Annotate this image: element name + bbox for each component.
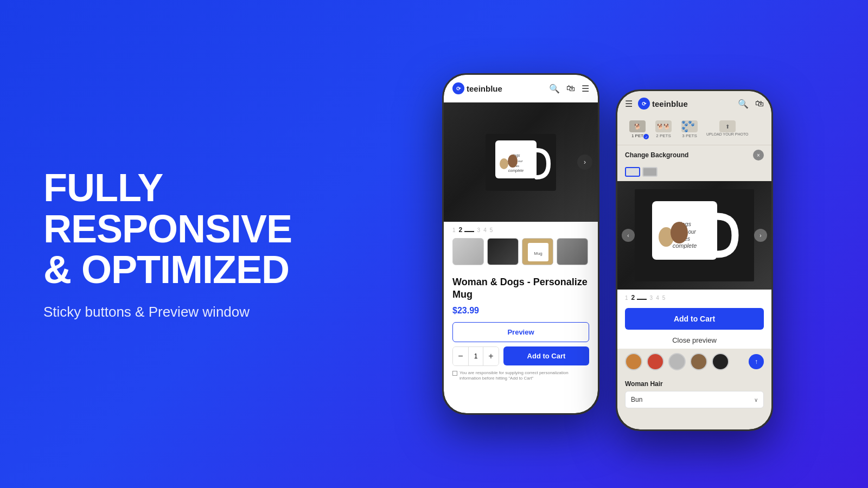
white-section-right: 1 2 3 4 5 Add to Cart Close preview <box>617 290 771 349</box>
pet-option-1[interactable]: 🐕 1 PET ✓ <box>625 118 650 140</box>
color-option-1[interactable] <box>625 353 642 370</box>
menu-icon-left[interactable]: ☰ <box>582 84 589 94</box>
hair-section: Woman Hair Bun ∨ <box>617 375 771 414</box>
teeinblue-icon-right: ⟳ <box>638 98 650 110</box>
color-option-5[interactable] <box>712 353 729 370</box>
product-image-container-left: dogs make our lives complete › <box>444 102 598 222</box>
teeinblue-icon-left: ⟳ <box>452 82 464 94</box>
thumbnail-2-left[interactable] <box>487 238 519 265</box>
brand-name-right: teeinblue <box>652 99 688 108</box>
dot-1-right: 1 <box>625 295 628 301</box>
chevron-down-icon: ∨ <box>754 397 758 403</box>
hair-label: Woman Hair <box>625 380 764 388</box>
color-options-row: ↑ <box>617 349 771 375</box>
preview-button-left[interactable]: Preview <box>452 322 589 342</box>
thumbnails-left: Mug <box>444 238 598 271</box>
dots-row-left: 1 2 3 4 5 <box>444 222 598 238</box>
dot-5-left: 5 <box>490 227 493 233</box>
pet-label-2: 2 PETS <box>656 133 671 138</box>
qty-value-left: 1 <box>468 347 483 365</box>
phones-area: ⟳ teeinblue 🔍 🛍 ☰ <box>369 41 868 447</box>
thumbnail-1-left[interactable] <box>452 238 484 265</box>
brand-logo-right: ⟳ teeinblue <box>638 98 732 110</box>
pet-check-1: ✓ <box>643 134 649 139</box>
pet-icon-3: 🐾🐾🐾 <box>681 120 698 132</box>
next-image-arrow-left[interactable]: › <box>577 155 592 170</box>
dot-3-right: 3 <box>650 295 653 301</box>
upload-icon: ⬆ <box>719 120 736 132</box>
add-to-cart-button-left[interactable]: Add to Cart <box>503 346 589 365</box>
pet-icon-2: 🐕🐕 <box>655 120 672 132</box>
dot-5-right: 5 <box>662 295 666 301</box>
brand-logo-left: ⟳ teeinblue <box>452 82 545 94</box>
main-heading: FULLY RESPONSIVE & OPTIMIZED <box>43 168 326 291</box>
pet-icon-1: 🐕 <box>629 120 646 132</box>
mug-illustration-left: dogs make our lives complete <box>486 134 556 191</box>
product-info-left: Woman & Dogs - Personalize Mug $23.99 Pr… <box>444 271 598 387</box>
disclaimer-checkbox-left[interactable] <box>452 371 457 376</box>
nav-icons-right: 🔍 🛍 <box>738 99 764 109</box>
left-nav: ⟳ teeinblue 🔍 🛍 ☰ <box>444 75 598 102</box>
brand-name-left: teeinblue <box>467 84 502 93</box>
phone-left: ⟳ teeinblue 🔍 🛍 ☰ <box>442 73 599 415</box>
close-change-bg-button[interactable]: × <box>753 150 764 160</box>
cart-icon-right[interactable]: 🛍 <box>755 99 764 109</box>
qty-control-left[interactable]: − 1 + <box>452 346 499 366</box>
qty-minus-left[interactable]: − <box>453 347 468 365</box>
product-title-left: Woman & Dogs - Personalize Mug <box>452 276 589 301</box>
product-image-main-left: dogs make our lives complete <box>444 102 598 222</box>
upload-option[interactable]: ⬆ UPLOAD YOUR PHOTO <box>703 118 752 140</box>
cart-icon-left[interactable]: 🛍 <box>566 84 575 93</box>
pet-label-1: 1 PET <box>631 133 643 138</box>
search-icon-left[interactable]: 🔍 <box>549 84 560 94</box>
product-image-right: dogs make our lives complete ‹ › <box>617 181 771 290</box>
bg-swatch-row <box>617 165 771 181</box>
qty-plus-left[interactable]: + <box>483 347 499 365</box>
nav-icons-left: 🔍 🛍 ☰ <box>549 84 589 94</box>
dot-2-right[interactable]: 2 <box>631 294 647 301</box>
disclaimer-left: You are responsible for supplying correc… <box>452 370 589 382</box>
change-bg-bar: Change Background × <box>617 145 771 165</box>
hair-dropdown[interactable]: Bun ∨ <box>625 391 764 408</box>
dot-3-left: 3 <box>477 227 481 233</box>
pet-option-2[interactable]: 🐕🐕 2 PETS <box>651 118 676 140</box>
change-bg-label: Change Background <box>625 151 688 159</box>
prev-image-arrow-right[interactable]: ‹ <box>622 229 635 242</box>
cart-row-left: − 1 + Add to Cart <box>452 346 589 366</box>
svg-point-7 <box>508 155 518 168</box>
menu-icon-right[interactable]: ☰ <box>625 99 633 109</box>
bg-swatch-selected[interactable] <box>625 167 640 177</box>
dot-1-left: 1 <box>452 227 456 233</box>
upload-label: UPLOAD YOUR PHOTO <box>706 132 749 136</box>
search-icon-right[interactable]: 🔍 <box>738 99 749 109</box>
add-to-cart-button-right[interactable]: Add to Cart <box>625 308 764 330</box>
color-option-4[interactable] <box>690 353 707 370</box>
phone-right: ☰ ⟳ teeinblue 🔍 🛍 🐕 1 PET ✓ 🐕🐕 <box>616 89 773 431</box>
color-option-3[interactable] <box>668 353 686 370</box>
sub-heading: Sticky buttons & Preview window <box>43 304 326 320</box>
dot-4-left: 4 <box>483 227 487 233</box>
thumbnail-4-left[interactable] <box>557 238 588 265</box>
scroll-up-button[interactable]: ↑ <box>749 354 764 369</box>
left-panel: FULLY RESPONSIVE & OPTIMIZED Sticky butt… <box>0 135 369 353</box>
svg-text:complete: complete <box>508 169 524 173</box>
bg-swatch-2[interactable] <box>642 167 658 177</box>
right-nav: ☰ ⟳ teeinblue 🔍 🛍 <box>617 91 771 116</box>
mug-illustration-right: dogs make our lives complete <box>635 189 754 281</box>
left-screen: ⟳ teeinblue 🔍 🛍 ☰ <box>444 75 598 413</box>
right-screen: ☰ ⟳ teeinblue 🔍 🛍 🐕 1 PET ✓ 🐕🐕 <box>617 91 771 429</box>
dots-row-right: 1 2 3 4 5 <box>617 290 771 306</box>
thumbnail-3-left[interactable]: Mug <box>522 238 553 265</box>
product-price-left: $23.99 <box>452 306 589 316</box>
svg-point-18 <box>671 222 688 243</box>
pet-selector: 🐕 1 PET ✓ 🐕🐕 2 PETS 🐾🐾🐾 3 PETS ⬆ UPLOAD … <box>617 116 771 145</box>
dot-4-right: 4 <box>656 295 659 301</box>
close-preview-button[interactable]: Close preview <box>617 333 771 349</box>
next-image-arrow-right[interactable]: › <box>754 229 767 242</box>
dot-2-left[interactable]: 2 <box>459 226 474 234</box>
color-option-2[interactable] <box>647 353 664 370</box>
svg-text:Mug: Mug <box>534 251 542 256</box>
hair-value: Bun <box>631 396 642 403</box>
svg-text:complete: complete <box>673 242 697 249</box>
pet-option-3[interactable]: 🐾🐾🐾 3 PETS <box>677 118 702 140</box>
